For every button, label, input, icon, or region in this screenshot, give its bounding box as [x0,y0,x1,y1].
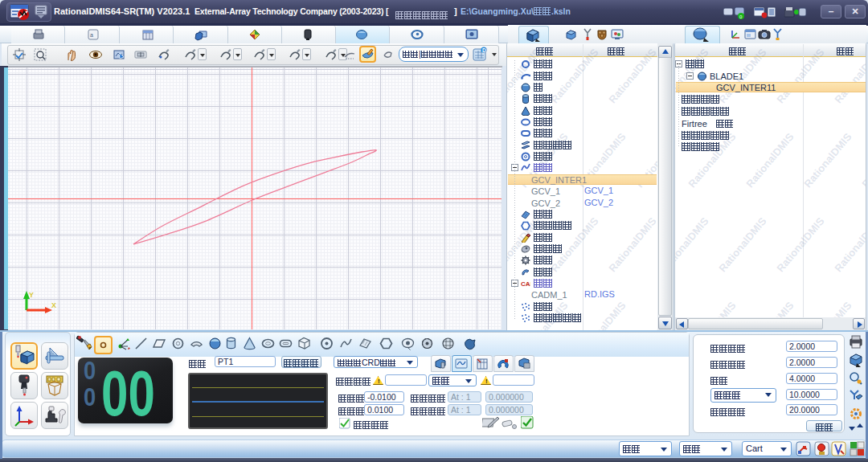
svg-text:CAD: CAD [521,280,530,288]
svg-text:X: X [51,301,56,309]
svg-text:Y: Y [29,291,34,299]
svg-text:D: D [482,47,486,53]
svg-text:a: a [90,32,93,38]
